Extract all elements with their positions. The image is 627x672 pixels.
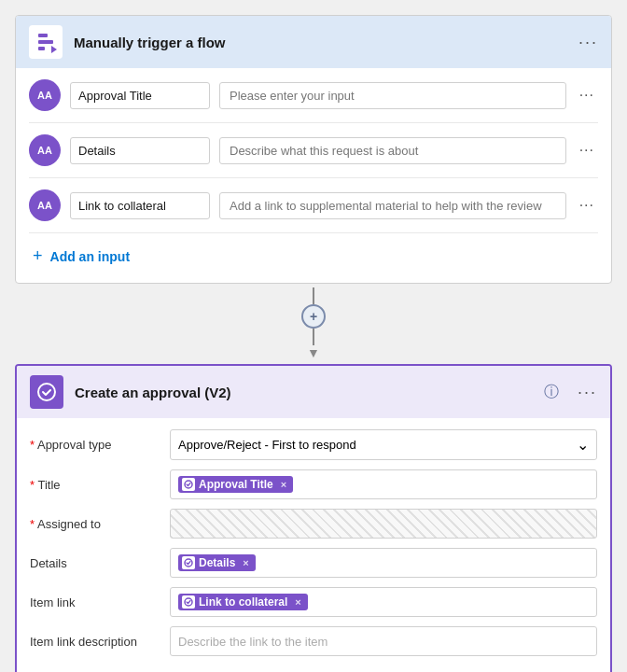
connector-line-top xyxy=(313,287,314,304)
approval-card-icon xyxy=(30,375,63,409)
approval-card-body: * Approval type Approve/Reject - First t… xyxy=(17,418,610,672)
label-details[interactable] xyxy=(70,137,210,164)
placeholder-approval-title[interactable] xyxy=(219,82,566,109)
approval-card-header: Create an approval (V2) ⓘ ··· xyxy=(17,366,610,418)
label-title: * Title xyxy=(30,478,170,492)
required-star: * xyxy=(30,438,37,452)
label-approval-title[interactable] xyxy=(70,82,210,109)
required-star: * xyxy=(30,478,37,492)
approval-card-info-button[interactable]: ⓘ xyxy=(544,383,559,402)
add-input-button[interactable]: + Add an input xyxy=(29,233,598,270)
select-approval-type[interactable]: Approve/Reject - First to respond ⌄ xyxy=(170,429,597,460)
connector: + ▼ xyxy=(15,284,612,364)
trigger-card-header: Manually trigger a flow ··· xyxy=(16,16,611,68)
value-details[interactable]: Details × xyxy=(170,548,597,578)
row-more-button-0[interactable]: ··· xyxy=(576,87,598,104)
label-item-link: Item link xyxy=(30,595,170,609)
field-title: * Title Approval Title × xyxy=(30,469,597,499)
tag-approval-title-remove[interactable]: × xyxy=(281,479,286,490)
svg-rect-1 xyxy=(38,40,53,44)
tag-details-text: Details xyxy=(199,556,235,569)
tag-item-link-remove[interactable]: × xyxy=(295,596,300,608)
field-approval-type: * Approval type Approve/Reject - First t… xyxy=(30,429,597,460)
svg-rect-0 xyxy=(38,34,48,37)
trigger-card-title: Manually trigger a flow xyxy=(74,35,567,50)
value-assigned-to[interactable] xyxy=(170,509,597,539)
row-more-button-2[interactable]: ··· xyxy=(576,197,598,214)
required-star: * xyxy=(30,517,37,531)
label-item-link-desc: Item link description xyxy=(30,635,170,649)
tag-icon-item-link xyxy=(182,595,195,609)
tag-details: Details × xyxy=(178,554,256,571)
value-title[interactable]: Approval Title × xyxy=(170,469,597,499)
value-item-link[interactable]: Link to collateral × xyxy=(170,587,597,617)
tag-details-remove[interactable]: × xyxy=(243,557,248,568)
connector-line-bottom xyxy=(313,329,314,345)
trigger-card-more-button[interactable]: ··· xyxy=(578,33,598,52)
label-details-approval: Details xyxy=(30,556,170,570)
connector-plus-icon: + xyxy=(310,309,317,324)
approval-card: Create an approval (V2) ⓘ ··· * Approval… xyxy=(15,364,612,672)
main-container: Manually trigger a flow ··· AA ··· AA ··… xyxy=(15,15,612,672)
avatar-link: AA xyxy=(29,189,61,221)
avatar-details: AA xyxy=(29,134,61,166)
add-input-plus-icon: + xyxy=(33,246,43,266)
trigger-card: Manually trigger a flow ··· AA ··· AA ··… xyxy=(15,15,612,284)
input-row-approval-title: AA ··· xyxy=(29,68,598,123)
field-item-link: Item link Link to collateral × xyxy=(30,587,597,617)
placeholder-item-link-desc: Describe the link to the item xyxy=(178,635,327,649)
tag-approval-title: Approval Title × xyxy=(178,476,293,493)
tag-icon-approval-title xyxy=(182,478,195,491)
value-item-link-desc[interactable]: Describe the link to the item xyxy=(170,626,597,656)
row-more-button-1[interactable]: ··· xyxy=(576,142,598,159)
approval-card-more-button[interactable]: ··· xyxy=(578,383,597,402)
tag-approval-title-text: Approval Title xyxy=(199,478,273,491)
input-row-link: AA ··· xyxy=(29,178,598,233)
add-input-label: Add an input xyxy=(50,249,131,264)
placeholder-details[interactable] xyxy=(219,137,566,164)
connector-arrow-icon: ▼ xyxy=(307,345,320,360)
trigger-card-icon xyxy=(29,25,63,59)
approval-card-title: Create an approval (V2) xyxy=(75,385,533,400)
avatar-approval-title: AA xyxy=(29,79,61,111)
field-details: Details Details × xyxy=(30,548,597,578)
svg-rect-2 xyxy=(38,47,45,50)
tag-item-link: Link to collateral × xyxy=(178,594,308,610)
label-assigned-to: * Assigned to xyxy=(30,517,170,531)
show-advanced-options-button[interactable]: Show advanced options ⌄ xyxy=(30,665,597,672)
svg-marker-3 xyxy=(51,46,57,53)
label-approval-type: * Approval type xyxy=(30,438,170,452)
tag-icon-details xyxy=(182,556,195,569)
placeholder-link[interactable] xyxy=(219,192,566,219)
chevron-down-icon: ⌄ xyxy=(577,436,589,454)
field-item-link-desc: Item link description Describe the link … xyxy=(30,626,597,656)
trigger-card-body: AA ··· AA ··· AA ··· + Add xyxy=(16,68,611,283)
connector-plus-button[interactable]: + xyxy=(301,304,326,329)
input-row-details: AA ··· xyxy=(29,123,598,178)
svg-point-4 xyxy=(38,384,55,400)
field-assigned-to: * Assigned to xyxy=(30,509,597,539)
tag-item-link-text: Link to collateral xyxy=(199,595,287,609)
select-approval-type-value: Approve/Reject - First to respond xyxy=(178,438,356,452)
label-link[interactable] xyxy=(70,192,210,219)
